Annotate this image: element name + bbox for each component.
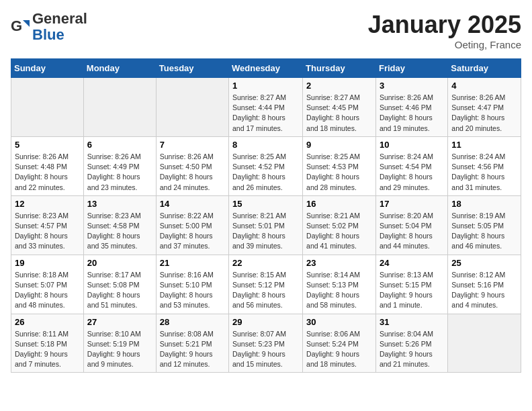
day-info: Sunrise: 8:21 AM Sunset: 5:02 PM Dayligh… [306,211,372,252]
day-info: Sunrise: 8:22 AM Sunset: 5:00 PM Dayligh… [160,211,225,252]
day-info: Sunrise: 8:10 AM Sunset: 5:19 PM Dayligh… [87,329,152,370]
day-number: 5 [15,140,80,150]
calendar-cell: 17Sunrise: 8:20 AM Sunset: 5:04 PM Dayli… [375,195,447,255]
day-info: Sunrise: 8:18 AM Sunset: 5:07 PM Dayligh… [15,270,80,311]
calendar-cell: 15Sunrise: 8:21 AM Sunset: 5:01 PM Dayli… [229,195,303,255]
calendar-cell: 28Sunrise: 8:08 AM Sunset: 5:21 PM Dayli… [156,314,228,373]
day-info: Sunrise: 8:26 AM Sunset: 4:47 PM Dayligh… [451,93,517,134]
day-number: 21 [160,258,225,268]
logo-general-text: General [32,10,87,27]
day-info: Sunrise: 8:27 AM Sunset: 4:45 PM Dayligh… [306,93,372,134]
calendar-cell: 3Sunrise: 8:26 AM Sunset: 4:46 PM Daylig… [375,78,447,137]
weekday-header-monday: Monday [83,59,156,78]
day-number: 10 [380,140,444,150]
calendar-cell: 11Sunrise: 8:24 AM Sunset: 4:56 PM Dayli… [448,136,521,195]
day-number: 9 [306,140,372,150]
weekday-header-saturday: Saturday [448,59,521,78]
day-info: Sunrise: 8:23 AM Sunset: 4:57 PM Dayligh… [15,211,80,252]
calendar-cell: 29Sunrise: 8:07 AM Sunset: 5:23 PM Dayli… [229,314,303,373]
day-number: 15 [232,199,299,209]
logo-icon: G [11,17,30,36]
page-header: G General Blue January 2025 Oeting, Fran… [11,11,521,50]
day-info: Sunrise: 8:24 AM Sunset: 4:56 PM Dayligh… [451,152,517,193]
day-number: 29 [232,317,299,327]
day-info: Sunrise: 8:26 AM Sunset: 4:46 PM Dayligh… [380,93,444,134]
calendar-cell: 31Sunrise: 8:04 AM Sunset: 5:26 PM Dayli… [375,314,447,373]
day-number: 13 [87,199,152,209]
calendar-cell [156,78,228,137]
calendar-cell: 9Sunrise: 8:25 AM Sunset: 4:53 PM Daylig… [303,136,376,195]
day-number: 31 [380,317,444,327]
day-number: 27 [87,317,152,327]
day-number: 20 [87,258,152,268]
day-info: Sunrise: 8:15 AM Sunset: 5:12 PM Dayligh… [232,270,299,311]
calendar-cell [11,78,84,137]
calendar-cell: 21Sunrise: 8:16 AM Sunset: 5:10 PM Dayli… [156,255,228,314]
day-number: 11 [451,140,517,150]
calendar-cell: 19Sunrise: 8:18 AM Sunset: 5:07 PM Dayli… [11,255,84,314]
day-info: Sunrise: 8:16 AM Sunset: 5:10 PM Dayligh… [160,270,225,311]
calendar-cell: 4Sunrise: 8:26 AM Sunset: 4:47 PM Daylig… [448,78,521,137]
svg-text:G: G [11,17,22,34]
calendar-cell: 18Sunrise: 8:19 AM Sunset: 5:05 PM Dayli… [448,195,521,255]
svg-marker-1 [23,20,30,27]
calendar-cell: 7Sunrise: 8:26 AM Sunset: 4:50 PM Daylig… [156,136,228,195]
calendar-cell: 2Sunrise: 8:27 AM Sunset: 4:45 PM Daylig… [303,78,376,137]
calendar-cell: 8Sunrise: 8:25 AM Sunset: 4:52 PM Daylig… [229,136,303,195]
weekday-header-tuesday: Tuesday [156,59,228,78]
month-title: January 2025 [368,11,521,39]
day-info: Sunrise: 8:24 AM Sunset: 4:54 PM Dayligh… [380,152,444,193]
week-row-5: 26Sunrise: 8:11 AM Sunset: 5:18 PM Dayli… [11,314,521,373]
calendar-cell: 22Sunrise: 8:15 AM Sunset: 5:12 PM Dayli… [229,255,303,314]
calendar-cell: 23Sunrise: 8:14 AM Sunset: 5:13 PM Dayli… [303,255,376,314]
calendar-cell: 25Sunrise: 8:12 AM Sunset: 5:16 PM Dayli… [448,255,521,314]
weekday-header-wednesday: Wednesday [229,59,303,78]
calendar-cell: 20Sunrise: 8:17 AM Sunset: 5:08 PM Dayli… [83,255,156,314]
day-info: Sunrise: 8:13 AM Sunset: 5:15 PM Dayligh… [380,270,444,311]
day-info: Sunrise: 8:26 AM Sunset: 4:49 PM Dayligh… [87,152,152,193]
day-info: Sunrise: 8:23 AM Sunset: 4:58 PM Dayligh… [87,211,152,252]
calendar-cell: 13Sunrise: 8:23 AM Sunset: 4:58 PM Dayli… [83,195,156,255]
calendar-cell [448,314,521,373]
day-number: 18 [451,199,517,209]
day-info: Sunrise: 8:19 AM Sunset: 5:05 PM Dayligh… [451,211,517,252]
weekday-header-row: SundayMondayTuesdayWednesdayThursdayFrid… [11,59,521,78]
location-text: Oeting, France [368,39,521,50]
calendar-cell: 6Sunrise: 8:26 AM Sunset: 4:49 PM Daylig… [83,136,156,195]
day-info: Sunrise: 8:07 AM Sunset: 5:23 PM Dayligh… [232,329,299,370]
calendar-cell: 1Sunrise: 8:27 AM Sunset: 4:44 PM Daylig… [229,78,303,137]
day-number: 17 [380,199,444,209]
calendar-cell: 12Sunrise: 8:23 AM Sunset: 4:57 PM Dayli… [11,195,84,255]
day-number: 24 [380,258,444,268]
day-info: Sunrise: 8:11 AM Sunset: 5:18 PM Dayligh… [15,329,80,370]
calendar-cell: 14Sunrise: 8:22 AM Sunset: 5:00 PM Dayli… [156,195,228,255]
day-number: 3 [380,81,444,91]
day-info: Sunrise: 8:20 AM Sunset: 5:04 PM Dayligh… [380,211,444,252]
logo-blue-text: Blue [32,26,64,43]
day-info: Sunrise: 8:14 AM Sunset: 5:13 PM Dayligh… [306,270,372,311]
calendar-cell: 5Sunrise: 8:26 AM Sunset: 4:48 PM Daylig… [11,136,84,195]
day-number: 23 [306,258,372,268]
week-row-1: 1Sunrise: 8:27 AM Sunset: 4:44 PM Daylig… [11,78,521,137]
day-info: Sunrise: 8:27 AM Sunset: 4:44 PM Dayligh… [232,93,299,134]
day-number: 4 [451,81,517,91]
day-info: Sunrise: 8:26 AM Sunset: 4:50 PM Dayligh… [160,152,225,193]
calendar-table: SundayMondayTuesdayWednesdayThursdayFrid… [11,58,521,373]
calendar-cell: 10Sunrise: 8:24 AM Sunset: 4:54 PM Dayli… [375,136,447,195]
day-info: Sunrise: 8:21 AM Sunset: 5:01 PM Dayligh… [232,211,299,252]
weekday-header-sunday: Sunday [11,59,84,78]
day-info: Sunrise: 8:12 AM Sunset: 5:16 PM Dayligh… [451,270,517,311]
day-info: Sunrise: 8:08 AM Sunset: 5:21 PM Dayligh… [160,329,225,370]
day-number: 6 [87,140,152,150]
week-row-3: 12Sunrise: 8:23 AM Sunset: 4:57 PM Dayli… [11,195,521,255]
day-number: 22 [232,258,299,268]
title-block: January 2025 Oeting, France [368,11,521,50]
day-info: Sunrise: 8:17 AM Sunset: 5:08 PM Dayligh… [87,270,152,311]
weekday-header-thursday: Thursday [303,59,376,78]
calendar-cell: 16Sunrise: 8:21 AM Sunset: 5:02 PM Dayli… [303,195,376,255]
calendar-cell: 30Sunrise: 8:06 AM Sunset: 5:24 PM Dayli… [303,314,376,373]
weekday-header-friday: Friday [375,59,447,78]
day-number: 2 [306,81,372,91]
logo: G General Blue [11,11,87,43]
day-number: 28 [160,317,225,327]
